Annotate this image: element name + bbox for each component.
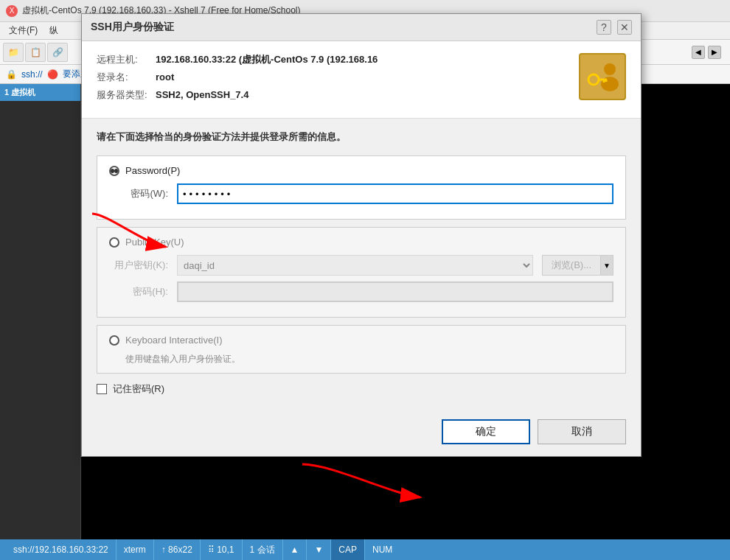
- ssh-auth-dialog: SSH用户身份验证 ? ✕ 远程主机: 192.168.160.33:22 (虚…: [81, 13, 642, 457]
- app-icon: X: [6, 5, 18, 17]
- nav-arrows: ◀ ▶: [692, 46, 727, 59]
- public-key-password-label: 密码(H):: [109, 285, 168, 298]
- login-label: 登录名:: [97, 71, 156, 84]
- browse-btn-container: 浏览(B)... ▼: [542, 255, 613, 276]
- sidebar: 1 虚拟机: [0, 84, 81, 539]
- toolbar-copy-btn[interactable]: 📋: [25, 43, 46, 62]
- lock-icon: 🔒: [6, 69, 17, 80]
- browse-dropdown[interactable]: ▼: [600, 255, 613, 276]
- user-key-label: 用户密钥(K):: [109, 259, 168, 272]
- status-nav-down[interactable]: ▼: [307, 539, 331, 560]
- remote-host-row: 远程主机: 192.168.160.33:22 (虚拟机-CentOs 7.9 …: [97, 53, 567, 66]
- public-key-method-label[interactable]: Public Key(U): [125, 237, 184, 248]
- keyboard-description: 使用键盘输入用户身份验证。: [109, 353, 613, 365]
- remote-host-label: 远程主机:: [97, 53, 156, 66]
- toolbar-connect-btn[interactable]: 🔗: [47, 43, 68, 62]
- menu-file[interactable]: 文件(F): [3, 23, 44, 38]
- browse-button[interactable]: 浏览(B)...: [542, 255, 600, 276]
- keyboard-radio[interactable]: [109, 335, 119, 346]
- status-sessions: 1 会话: [243, 539, 283, 560]
- login-row: 登录名: root: [97, 71, 567, 84]
- password-method-section: Password(P) 密码(W):: [97, 155, 626, 220]
- dialog-title: SSH用户身份验证: [91, 21, 174, 34]
- svg-point-0: [604, 63, 616, 75]
- keyboard-method-section: Keyboard Interactive(I) 使用键盘输入用户身份验证。: [97, 325, 626, 374]
- public-key-method-section: Public Key(U) 用户密钥(K): daqi_id 浏览(B)... …: [97, 227, 626, 318]
- add-session[interactable]: 🔴: [47, 69, 58, 80]
- dialog-titlebar-controls: ? ✕: [597, 20, 632, 35]
- dialog-close-btn[interactable]: ✕: [617, 20, 632, 35]
- public-key-radio[interactable]: [109, 237, 119, 248]
- status-bar: ssh://192.168.160.33:22 xterm ↑ 86x22 ⠿ …: [0, 539, 730, 560]
- public-key-password-row: 密码(H):: [109, 281, 613, 302]
- remember-row: 记住密码(R): [97, 382, 626, 396]
- key-person-icon: [585, 59, 620, 94]
- svg-point-2: [588, 74, 599, 85]
- dialog-icon: [579, 53, 626, 100]
- menu-other[interactable]: 纵: [44, 23, 64, 38]
- password-method-header: Password(P): [109, 165, 613, 176]
- keyboard-method-label[interactable]: Keyboard Interactive(I): [125, 335, 223, 346]
- password-radio[interactable]: [109, 166, 119, 176]
- remember-checkbox[interactable]: [97, 384, 107, 394]
- password-field-row: 密码(W):: [109, 183, 613, 204]
- password-field-label: 密码(W):: [109, 187, 168, 200]
- server-type-value: SSH2, OpenSSH_7.4: [156, 89, 248, 100]
- sidebar-tab[interactable]: 1 虚拟机: [0, 84, 80, 101]
- server-type-label: 服务器类型:: [97, 88, 156, 102]
- dialog-help-btn[interactable]: ?: [597, 20, 611, 35]
- status-ssh-address: ssh://192.168.160.33:22: [6, 539, 117, 560]
- keyboard-method-header: Keyboard Interactive(I): [109, 335, 613, 346]
- public-key-password-input: [177, 281, 613, 302]
- dialog-instruction: 请在下面选择恰当的身份验证方法并提供登录所需的信息。: [97, 130, 626, 144]
- dialog-buttons: 确定 取消: [82, 419, 641, 456]
- dialog-info-text: 远程主机: 192.168.160.33:22 (虚拟机-CentOs 7.9 …: [97, 53, 567, 106]
- status-cap: CAP: [331, 539, 365, 560]
- status-terminal-type: xterm: [117, 539, 154, 560]
- public-key-method-header: Public Key(U): [109, 237, 613, 248]
- user-key-select: daqi_id: [177, 255, 533, 276]
- remote-host-value: 192.168.160.33:22 (虚拟机-CentOs 7.9 (192.1…: [156, 53, 378, 66]
- nav-left[interactable]: ◀: [692, 46, 705, 59]
- user-key-field-row: 用户密钥(K): daqi_id 浏览(B)... ▼: [109, 255, 613, 276]
- dialog-body: 请在下面选择恰当的身份验证方法并提供登录所需的信息。 Password(P) 密…: [82, 119, 641, 419]
- toolbar-new-btn[interactable]: 📁: [3, 43, 24, 62]
- dialog-titlebar: SSH用户身份验证 ? ✕: [82, 14, 641, 41]
- password-input[interactable]: [177, 183, 613, 204]
- server-type-row: 服务器类型: SSH2, OpenSSH_7.4: [97, 88, 567, 102]
- dialog-info-section: 远程主机: 192.168.160.33:22 (虚拟机-CentOs 7.9 …: [82, 41, 641, 119]
- status-size: ↑ 86x22: [154, 539, 201, 560]
- status-position: ⠿ 10,1: [201, 539, 243, 560]
- status-nav-up[interactable]: ▲: [283, 539, 307, 560]
- login-value: root: [156, 71, 174, 83]
- nav-right[interactable]: ▶: [708, 46, 721, 59]
- ok-button[interactable]: 确定: [442, 419, 530, 444]
- status-num: NUM: [365, 539, 400, 560]
- ssh-address: ssh://: [21, 69, 43, 80]
- cancel-button[interactable]: 取消: [538, 419, 626, 444]
- remember-label[interactable]: 记住密码(R): [113, 382, 164, 396]
- password-method-label[interactable]: Password(P): [125, 165, 180, 176]
